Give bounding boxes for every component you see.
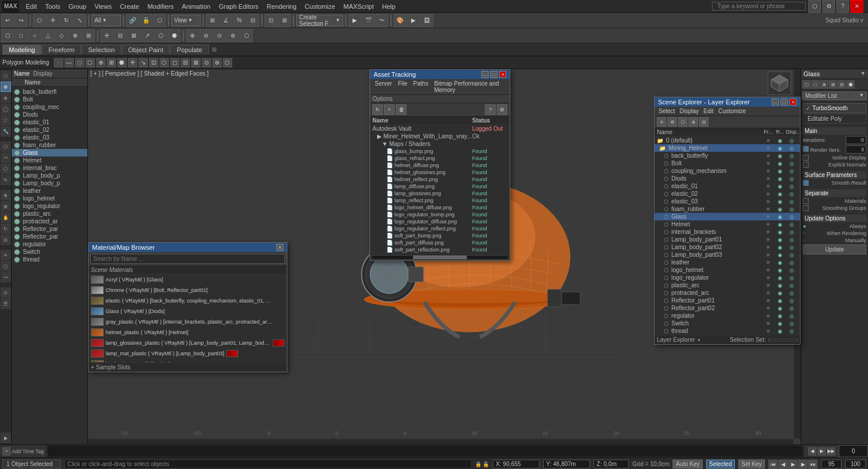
se-row-helmet[interactable]: ⬡ Helmet ✳ ◉ ◎ — [655, 220, 800, 228]
scene-item-leather[interactable]: leather — [12, 187, 87, 195]
se-row-elastic03[interactable]: ⬡ elastic_03 ✳ ◉ ◎ — [655, 198, 800, 205]
viewport-scrollbar-h[interactable] — [88, 439, 794, 444]
se-maximize-btn[interactable]: □ — [781, 98, 788, 106]
se-row-0default[interactable]: 📁 0 (default) ✳ ◉ ◎ — [655, 137, 800, 144]
tb2-8[interactable]: ✛ — [100, 29, 113, 42]
select-btn[interactable]: ⬡ — [33, 14, 46, 27]
scene-item-elastic01[interactable]: elastic_01 — [12, 118, 87, 126]
mod-icon3[interactable]: ⊕ — [820, 80, 828, 89]
tb2-4[interactable]: △ — [42, 29, 55, 42]
scene-item-thread[interactable]: thread — [12, 256, 87, 263]
poly-tb-9[interactable]: ↘ — [138, 58, 148, 67]
move-btn[interactable]: ✛ — [46, 14, 59, 27]
mb-item-helmetpla[interactable]: helmet_plastic ( VRayMtl ) [Helmet] — [89, 327, 287, 338]
se-row-regulator[interactable]: ⬡ regulator ✳ ◉ ◎ — [655, 312, 800, 320]
ts-iter-input[interactable]: 0 — [846, 136, 866, 144]
mb-close-btn[interactable]: ✕ — [276, 244, 283, 251]
render-setup-btn[interactable]: 🎨 — [394, 14, 406, 27]
tl-play-btn[interactable]: ▶ — [818, 447, 826, 456]
align-btn[interactable]: ⊞ — [278, 14, 291, 27]
nav-btn2[interactable]: ⚙ — [822, 0, 835, 13]
se-menu-select[interactable]: Select — [657, 108, 677, 114]
se-close-btn[interactable]: ✕ — [789, 98, 796, 106]
tb2-18[interactable]: ⬡ — [240, 29, 253, 42]
ts-render-iter-input[interactable] — [846, 145, 866, 154]
at-file-logoregulatordiffusepng[interactable]: 📄 logo_regulator_diffuse.pngFound — [370, 218, 510, 225]
scene-item-lampbodyp[interactable]: Lamp_body_p — [12, 179, 87, 187]
mod-icon2[interactable]: □ — [811, 80, 819, 89]
link-btn[interactable]: 🔗 — [126, 14, 139, 27]
tb2-12[interactable]: ⬡ — [154, 29, 167, 42]
tb2-1[interactable]: ⬡ — [1, 29, 14, 42]
ts-mat-check[interactable] — [803, 198, 809, 204]
selected-mode[interactable]: Selected — [706, 460, 735, 468]
poly-tb-1[interactable]: · — [54, 58, 63, 67]
at-row-maps[interactable]: ▼ Maps / Shaders — [370, 140, 510, 148]
spinner-snap-btn[interactable]: ⊟ — [246, 14, 259, 27]
at-tb-remove[interactable]: 🗑 — [396, 104, 406, 115]
se-row-foamrubber[interactable]: ⬡ foam_rubber ✳ ◉ ◎ — [655, 205, 800, 213]
tb2-14[interactable]: ⊕ — [186, 29, 199, 42]
render-frame-btn[interactable]: 🖼 — [421, 14, 433, 27]
motion-icon[interactable]: ◯ — [1, 104, 11, 114]
se-row-lampbodypart02[interactable]: ⬡ Lamp_body_part02 ✳ ◉ ◎ — [655, 243, 800, 251]
unlink-btn[interactable]: 🔓 — [140, 14, 152, 27]
at-tb-add[interactable]: + — [384, 104, 395, 115]
autokey-btn[interactable]: Auto Key — [673, 460, 703, 468]
at-file-helmetglossinespng[interactable]: 📄 helmet_glossines.pngFound — [370, 169, 510, 176]
tb2-11[interactable]: ↗ — [141, 29, 154, 42]
modifier-list-dropdown[interactable]: Modifier List ▼ — [802, 91, 867, 100]
tab-modeling[interactable]: Modeling — [2, 45, 42, 55]
rotate-btn[interactable]: ↻ — [60, 14, 73, 27]
se-row-diods[interactable]: ⬡ Diods ✳ ◉ ◎ — [655, 175, 800, 182]
mb-item-lampmatp[interactable]: lamp_mat_plastic ( VRayMtl ) [Lamp_body_… — [89, 348, 287, 359]
poly-tb-4[interactable]: ⬡ — [86, 58, 95, 67]
menu-maxscript[interactable]: MAXScript — [340, 2, 378, 11]
tb2-9[interactable]: ⊟ — [114, 29, 127, 42]
frame-display[interactable]: 95 — [821, 460, 842, 468]
time-display[interactable]: 0 — [839, 445, 868, 457]
ribbon-icon[interactable]: ≡ — [1, 250, 11, 260]
tab-populate[interactable]: Populate — [170, 45, 208, 55]
se-row-backbutterfly[interactable]: ⬡ back_butterfly ✳ ◉ ◎ — [655, 152, 800, 159]
play-end-btn[interactable]: ⏭ — [808, 460, 818, 469]
poly-tb-13[interactable]: ⊟ — [181, 58, 190, 67]
mod-icon6[interactable]: ⬣ — [846, 80, 855, 89]
mb-item-chromev[interactable]: Chrome ( VRayMtl ) [Bolt, Reflector_part… — [89, 285, 287, 295]
time-max-display[interactable]: 100 — [845, 460, 866, 468]
ts-smooth-check[interactable] — [803, 180, 809, 186]
se-row-bolt[interactable]: ⬡ Bolt ✳ ◉ ◎ — [655, 159, 800, 167]
freeform-icon[interactable]: 〜 — [1, 152, 11, 163]
viewport-cube[interactable] — [768, 72, 791, 95]
min-max-icon[interactable]: ⊡ — [1, 235, 11, 245]
play-start-btn[interactable]: ⏮ — [768, 460, 778, 469]
tb2-2[interactable]: □ — [15, 29, 28, 42]
ts-always-radio[interactable]: ● — [803, 223, 806, 229]
scene-item-protractedar[interactable]: protracted_ar — [12, 217, 87, 225]
tab-selection[interactable]: Selection — [82, 45, 121, 55]
modifier-editable-poly[interactable]: Editable Poly — [803, 114, 866, 124]
poly-tb-15[interactable]: ⊙ — [202, 58, 211, 67]
play-btn[interactable]: ▶ — [348, 14, 361, 27]
scene-item-glass[interactable]: Glass — [12, 149, 87, 157]
mb-item-grayplast[interactable]: gray_plastic ( VRayMtl ) [internal_brack… — [89, 317, 287, 327]
menu-graph[interactable]: Graph Editors — [215, 2, 262, 11]
tb2-6[interactable]: ⊕ — [69, 29, 82, 42]
poly-tb-7[interactable]: ⬣ — [117, 58, 127, 67]
se-row-leather[interactable]: ⬡ leather ✳ ◉ ◎ — [655, 259, 800, 266]
nav-btn1[interactable]: ⬡ — [808, 0, 821, 13]
menu-tools[interactable]: Tools — [42, 2, 64, 11]
create-icon[interactable]: ⬡ — [1, 70, 11, 81]
poly-tb-3[interactable]: □ — [75, 58, 84, 67]
poly-tb-8[interactable]: ✛ — [128, 58, 137, 67]
se-tb-1[interactable]: ✕ — [657, 117, 666, 127]
at-file-softpartreflectionpng[interactable]: 📄 soft_part_reflection.pngFound — [370, 246, 510, 253]
ts-update-btn[interactable]: Update — [803, 244, 866, 254]
poly-tb-6[interactable]: ⊞ — [107, 58, 116, 67]
scene-item-regulator[interactable]: regulator — [12, 240, 87, 248]
prev-frame-btn[interactable]: ◀ — [778, 460, 788, 469]
mod-icon4[interactable]: ⊞ — [829, 80, 837, 89]
at-scroll-thumb[interactable] — [413, 256, 467, 259]
selection-filter-dropdown[interactable]: Create Selection F▼ — [296, 15, 343, 26]
at-file-lampreflectpng[interactable]: 📄 lamp_reflect.pngFound — [370, 197, 510, 204]
